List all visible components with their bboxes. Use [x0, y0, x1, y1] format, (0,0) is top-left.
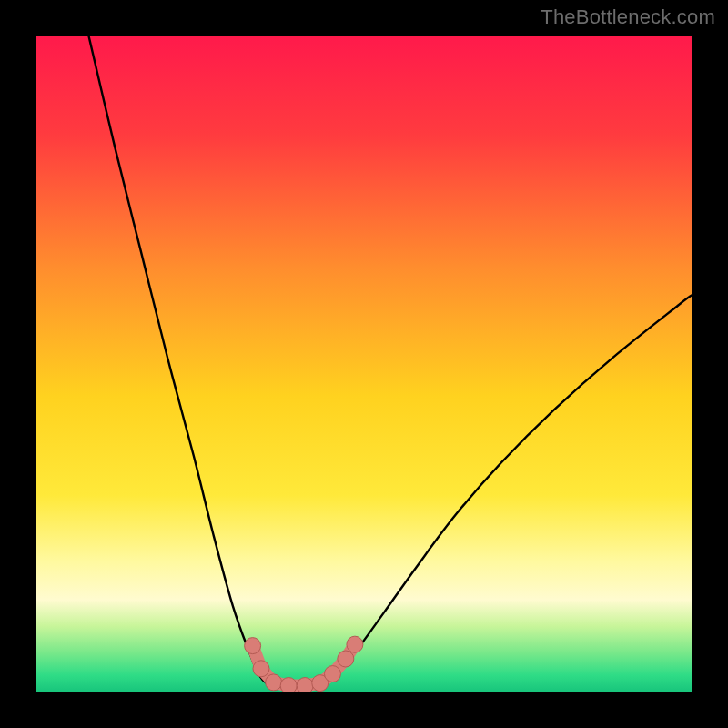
plot-area [36, 36, 692, 692]
bottleneck-curve [36, 36, 692, 692]
knot-bead [280, 678, 297, 692]
valley-knot-markers [245, 636, 363, 692]
curve-path [89, 36, 692, 686]
knot-bead [338, 651, 354, 667]
watermark-text: TheBottleneck.com [541, 5, 715, 29]
knot-bead [347, 636, 363, 652]
knot-bead [324, 666, 340, 682]
knot-bead [253, 661, 269, 677]
outer-frame: TheBottleneck.com [0, 0, 728, 728]
knot-bead [297, 678, 313, 692]
knot-bead [266, 674, 282, 691]
knot-bead [245, 638, 261, 654]
